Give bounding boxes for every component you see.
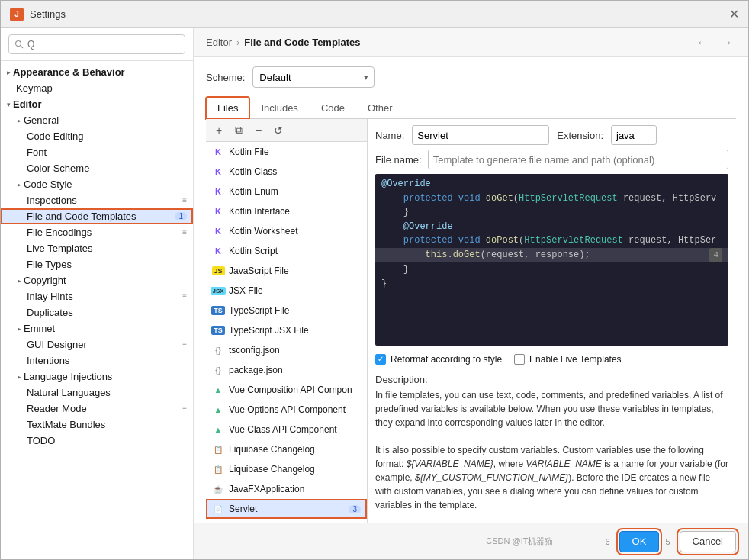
template-icon: K [212,245,224,257]
template-item-typescript-jsx-file[interactable]: TS TypeScript JSX File [206,320,367,340]
template-list: K Kotlin File K Kotlin Class K Kotlin En… [206,142,367,523]
sidebar-item-intentions[interactable]: Intentions [1,352,193,369]
template-icon: 📄 [212,503,224,515]
extension-input[interactable] [611,125,657,145]
template-item-jsx-file[interactable]: JSX JSX File [206,281,367,301]
nav-buttons: ← → [693,34,736,51]
tab-other[interactable]: Other [356,97,404,119]
reset-template-button[interactable]: ↺ [270,122,287,139]
sidebar-item-emmet[interactable]: ▸Emmet [1,320,193,336]
watermark-text: CSDN @IT机器猫 [486,536,553,547]
template-item-kotlin-interface[interactable]: K Kotlin Interface [206,201,367,221]
template-label: JavaFXApplication [229,484,361,494]
code-editor[interactable]: @Override protected void doGet(HttpServl… [375,174,728,346]
template-item-vue-class[interactable]: ▲ Vue Class API Component [206,420,367,439]
name-input[interactable] [412,125,549,145]
nav-back-button[interactable]: ← [693,34,712,51]
sidebar-item-todo[interactable]: TODO [1,433,193,449]
filename-input[interactable] [428,150,728,169]
breadcrumb: Editor › File and Code Templates [206,37,361,48]
sidebar-item-duplicates[interactable]: Duplicates [1,304,193,320]
sidebar-item-copyright[interactable]: ▸Copyright [1,272,193,288]
template-label: TypeScript JSX File [229,325,361,336]
template-label: Kotlin Interface [229,206,361,217]
settings-mark: ≡ [182,340,187,349]
sidebar-item-gui-designer[interactable]: GUI Designer≡ [1,336,193,352]
template-item-javascript-file[interactable]: JS JavaScript File [206,261,367,281]
tab-files[interactable]: Files [206,97,249,119]
sidebar-item-label: Reader Mode [27,403,179,414]
sidebar-item-live-templates[interactable]: Live Templates [1,240,193,256]
sidebar-item-label: Copyright [24,275,187,286]
search-input[interactable] [8,34,185,54]
scheme-row: Scheme: Default Project [206,66,736,88]
reformat-checkbox[interactable]: ✓ [375,354,386,365]
copy-template-button[interactable]: ⧉ [230,122,247,139]
template-item-kotlin-script[interactable]: K Kotlin Script [206,241,367,261]
nav-forward-button[interactable]: → [718,34,736,51]
template-label: Liquibase Changelog [229,464,361,475]
expand-arrow: ▸ [18,181,21,188]
sidebar-item-general[interactable]: ▸General [1,112,193,128]
sidebar-item-textmate-bundles[interactable]: TextMate Bundles [1,417,193,433]
template-item-kotlin-worksheet[interactable]: K Kotlin Worksheet [206,221,367,241]
template-icon: {} [212,364,224,376]
template-item-kotlin-file[interactable]: K Kotlin File [206,142,367,162]
template-item-kotlin-enum[interactable]: K Kotlin Enum [206,182,367,201]
template-icon: 📋 [212,463,224,475]
description-text: In file templates, you can use text, cod… [375,388,728,512]
add-template-button[interactable]: + [211,122,227,139]
sidebar-item-code-editing[interactable]: Code Editing [1,128,193,144]
expand-arrow: ▸ [18,325,21,333]
cancel-button[interactable]: Cancel [680,531,736,552]
sidebar-item-language-injections[interactable]: ▸Language Injections [1,369,193,385]
close-button[interactable]: ✕ [729,7,739,21]
settings-window: J Settings ✕ ▸Appearance & BehaviorKeyma… [0,0,749,560]
template-label: Kotlin File [229,146,361,157]
template-icon: JSX [212,285,224,297]
template-item-package-json[interactable]: {} package.json [206,360,367,380]
live-templates-checkbox-row[interactable]: Enable Live Templates [514,354,622,365]
ok-button[interactable]: OK [619,531,660,552]
main-content-area: ▸Appearance & BehaviorKeymap▾Editor▸Gene… [1,28,748,559]
sidebar-item-label: TextMate Bundles [27,419,187,430]
template-item-kotlin-class[interactable]: K Kotlin Class [206,162,367,182]
sidebar-item-label: Inspections [27,195,179,206]
template-item-servlet[interactable]: 📄 Servlet 3 [206,499,367,519]
remove-template-button[interactable]: − [250,122,267,139]
sidebar-item-inlay-hints[interactable]: Inlay Hints≡ [1,288,193,304]
template-item-liquibase-changelog[interactable]: 📋 Liquibase Changelog [206,439,367,459]
sidebar-item-file-and-code-templates[interactable]: File and Code Templates1 [1,208,193,224]
template-item-typescript-file[interactable]: TS TypeScript File [206,301,367,320]
template-icon: TS [212,304,224,317]
sidebar-item-inspections[interactable]: Inspections≡ [1,192,193,208]
tabs-row: Files Includes Code Other [206,97,736,119]
sidebar-item-file-types[interactable]: File Types [1,256,193,272]
sidebar-item-keymap[interactable]: Keymap [1,80,193,96]
sidebar-item-reader-mode[interactable]: Reader Mode≡ [1,401,193,417]
sidebar-item-appearance[interactable]: ▸Appearance & Behavior [1,64,193,80]
template-item-vue-composition[interactable]: ▲ Vue Composition API Compon [206,380,367,400]
tab-code[interactable]: Code [310,97,356,119]
app-icon: J [10,8,24,21]
tab-includes[interactable]: Includes [249,97,309,119]
expand-arrow: ▸ [7,69,11,76]
settings-mark: ≡ [182,196,187,204]
template-icon: K [212,166,224,178]
template-item-vue-options[interactable]: ▲ Vue Options API Component [206,400,367,420]
scheme-select[interactable]: Default Project [252,66,374,88]
sidebar-item-file-encodings[interactable]: File Encodings≡ [1,224,193,240]
reformat-checkbox-row[interactable]: ✓ Reformat according to style [375,354,502,365]
template-item-tsconfig-json[interactable]: {} tsconfig.json [206,340,367,360]
template-item-liquibase-changelog2[interactable]: 📋 Liquibase Changelog [206,459,367,479]
sidebar-item-natural-languages[interactable]: Natural Languages [1,385,193,401]
live-templates-checkbox[interactable] [514,354,525,365]
sidebar-item-label: GUI Designer [27,339,179,350]
template-item-javafx[interactable]: ☕ JavaFXApplication [206,479,367,499]
sidebar-item-editor[interactable]: ▾Editor [1,96,193,112]
sidebar-item-code-style[interactable]: ▸Code Style [1,176,193,192]
template-label: JavaScript File [229,266,361,276]
sidebar-item-color-scheme[interactable]: Color Scheme [1,160,193,176]
sidebar-item-font[interactable]: Font [1,144,193,160]
code-line: @Override [381,177,722,191]
